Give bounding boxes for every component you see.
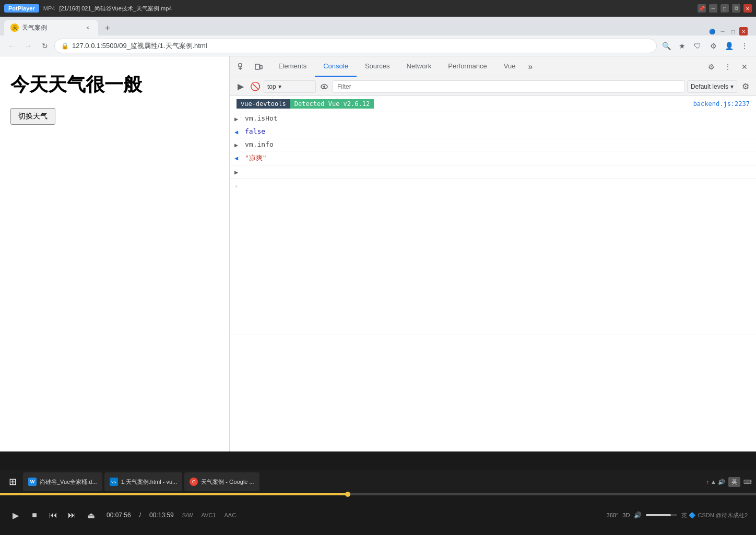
address-bar[interactable]: 🔒 127.0.0.1:5500/09_监视属性/1.天气案例.html [54, 39, 657, 53]
tab-performance[interactable]: Performance [440, 56, 495, 77]
console-entry-vm-info: ▶ vm.info [230, 138, 756, 151]
console-output: vue-devtools Detected Vue v2.6.12 backen… [230, 96, 756, 451]
console-entry-vm-ishbot: ▶ vm.isHot [230, 112, 756, 125]
media-eject-button[interactable]: ⏏ [84, 508, 98, 522]
taskbar-item-word[interactable]: W 尚硅谷_Vue全家桶.d... [23, 472, 102, 491]
devtools-toolbar: ▶ 🚫 top ▾ Default levels ▾ ⚙ [230, 77, 756, 96]
console-clear-button[interactable]: 🚫 [249, 80, 262, 93]
console-input-line[interactable]: › [230, 179, 756, 335]
tab-elements[interactable]: Elements [270, 56, 315, 77]
browser-close-button[interactable]: ✕ [739, 27, 748, 35]
tab-console[interactable]: Console [315, 56, 357, 77]
webpage-area: 今天天气很一般 切换天气 [0, 56, 230, 451]
devtools-settings-button[interactable]: ⚙ [704, 60, 718, 74]
language-indicator[interactable]: 英 [728, 477, 740, 487]
extension-2-button[interactable]: ⚙ [706, 39, 720, 53]
weather-title: 今天天气很一般 [10, 72, 219, 98]
media-progress-handle[interactable] [345, 492, 350, 497]
window-controls: 📌 ─ □ ⧉ ✕ [698, 4, 752, 13]
more-tabs-button[interactable]: » [524, 56, 537, 77]
expand-icon-4[interactable]: ◀ [234, 154, 243, 162]
media-progress-bar[interactable] [0, 493, 756, 495]
devtools-menu-button[interactable]: ⋮ [720, 60, 735, 74]
forward-button[interactable]: → [21, 39, 36, 53]
devtools-header-actions: ⚙ ⋮ ✕ [700, 60, 756, 74]
ime-indicator: ⌨ [743, 479, 752, 485]
extension-1-button[interactable]: 🛡 [690, 39, 705, 53]
pin-button[interactable]: 📌 [698, 4, 706, 13]
chrome-icon: G [190, 478, 198, 486]
live-expressions-button[interactable] [318, 80, 330, 93]
taskbar-item-chrome[interactable]: G 天气案例 - Google ... [184, 472, 259, 491]
switch-weather-button[interactable]: 切换天气 [10, 108, 55, 125]
svg-point-6 [323, 86, 325, 88]
context-selector[interactable]: top ▾ [264, 80, 316, 93]
expand-icon-2[interactable]: ◀ [234, 128, 243, 136]
taskbar: ⊞ W 尚硅谷_Vue全家桶.d... VS 1.天气案例.html - vu.… [0, 470, 756, 493]
devtools-panel: Elements Console Sources Network Perform… [230, 56, 756, 451]
browser-content: 今天天气很一般 切换天气 [0, 56, 756, 451]
media-play-button[interactable]: ▶ [8, 508, 23, 522]
tab-close-button[interactable]: × [84, 23, 92, 32]
tab-favicon: 天 [10, 23, 19, 32]
devtools-tools-left [230, 60, 270, 74]
media-next-button[interactable]: ⏭ [65, 508, 79, 522]
eye-icon [320, 82, 328, 91]
back-button[interactable]: ← [4, 39, 19, 53]
console-settings-button[interactable]: ⚙ [739, 80, 752, 93]
volume-fill [646, 514, 671, 516]
media-player-bar: ▶ ■ ⏮ ⏭ ⏏ 00:07:56 / 00:13:59 S/W AVC1 A… [0, 493, 756, 535]
browser-minimize-button[interactable]: ─ [718, 27, 727, 35]
bookmark-button[interactable]: ★ [675, 39, 689, 53]
expand-icon-1[interactable]: ▶ [234, 115, 243, 123]
device-icon [254, 63, 263, 71]
maximize-button[interactable]: ⧉ [732, 4, 740, 13]
menu-button[interactable]: ⋮ [737, 39, 752, 53]
media-right-controls: 360° 3D 🔊 英 🔷 CSDN @待木成柱2 [607, 512, 748, 519]
potplayer-logo[interactable]: PotPlayer [4, 4, 39, 13]
restore-button[interactable]: □ [720, 4, 729, 13]
vue-devtools-source-link[interactable]: backend.js:2237 [693, 100, 750, 108]
url-text: 127.0.0.1:5500/09_监视属性/1.天气案例.html [72, 41, 207, 51]
expand-icon-3[interactable]: ▶ [234, 141, 243, 149]
start-button[interactable]: ⊞ [4, 473, 21, 490]
console-text-false: false [245, 127, 265, 135]
tab-bar: 天 天气案例 × + 🔵 ─ □ ✕ [0, 17, 756, 35]
tab-vue[interactable]: Vue [495, 56, 524, 77]
tab-title: 天气案例 [22, 23, 80, 32]
device-toolbar-button[interactable] [251, 60, 266, 74]
browser-restore-button[interactable]: □ [729, 27, 737, 35]
console-run-button[interactable]: ▶ [234, 80, 247, 93]
devtools-close-button[interactable]: ✕ [737, 60, 752, 74]
profile-button[interactable]: 👤 [722, 39, 736, 53]
media-stop-button[interactable]: ■ [27, 508, 42, 522]
taskbar-word-label: 尚硅谷_Vue全家桶.d... [40, 478, 97, 486]
log-level-selector[interactable]: Default levels ▾ [687, 80, 737, 93]
browser-chrome: 天 天气案例 × + 🔵 ─ □ ✕ ← → ↻ 🔒 127.0.0.1:550… [0, 17, 756, 451]
taskbar-item-vscode[interactable]: VS 1.天气案例.html - vu... [104, 472, 183, 491]
expand-icon-5[interactable]: ▶ [234, 169, 243, 176]
browser-tab-active[interactable]: 天 天气案例 × [4, 20, 98, 35]
log-level-label: Default levels [691, 83, 728, 90]
console-text-liangshuan: "凉爽" [245, 153, 267, 163]
volume-bar[interactable] [646, 514, 677, 516]
new-tab-button[interactable]: + [100, 21, 115, 35]
console-text-vm-ishbot: vm.isHot [245, 114, 278, 122]
console-filter-input[interactable] [333, 80, 685, 93]
media-progress-fill [0, 493, 348, 495]
browser-cast-button[interactable]: 🔵 [708, 27, 716, 35]
minimize-button[interactable]: ─ [709, 4, 717, 13]
tab-sources[interactable]: Sources [357, 56, 398, 77]
refresh-button[interactable]: ↻ [38, 39, 52, 53]
word-icon: W [28, 478, 37, 486]
media-prev-button[interactable]: ⏮ [46, 508, 61, 522]
tray-icons: ↑ ▲ 🔊 [706, 479, 726, 485]
media-format-aac: AAC [224, 512, 236, 518]
zoom-button[interactable]: 🔍 [659, 39, 674, 53]
devtools-header: Elements Console Sources Network Perform… [230, 56, 756, 77]
tab-network[interactable]: Network [398, 56, 440, 77]
inspect-element-button[interactable] [234, 60, 249, 74]
vue-detected-badge: Detected Vue v2.6.12 [290, 99, 374, 109]
media-format-sw: S/W [182, 512, 193, 518]
close-button[interactable]: ✕ [743, 4, 752, 13]
